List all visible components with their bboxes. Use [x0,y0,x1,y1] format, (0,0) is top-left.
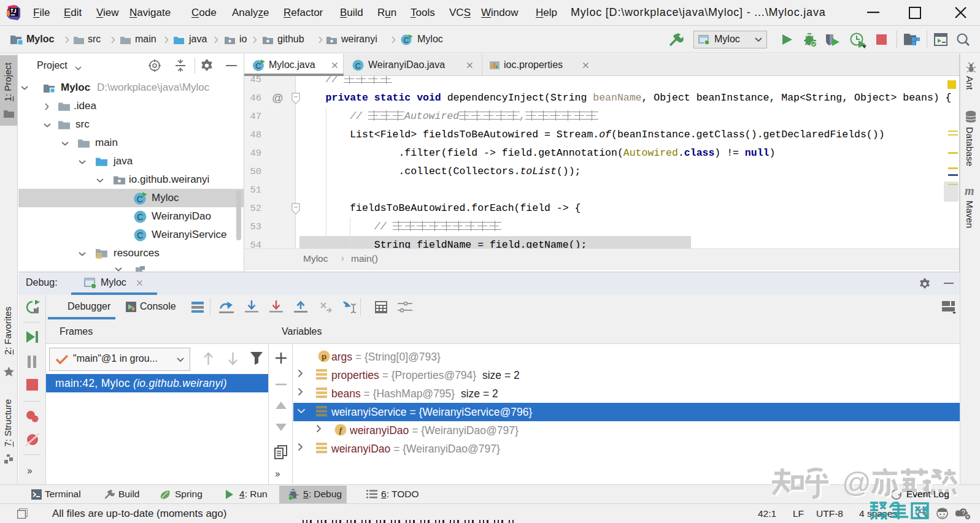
svg-text:?: ? [962,509,965,516]
svg-text:C: C [355,61,361,71]
svg-text:C: C [137,194,143,204]
svg-text:C: C [137,212,143,222]
svg-text:C: C [137,231,143,240]
svg-text:C: C [255,61,261,71]
svg-text:C: C [404,36,409,45]
svg-text:p: p [322,352,326,361]
svg-text:@: @ [842,467,871,498]
